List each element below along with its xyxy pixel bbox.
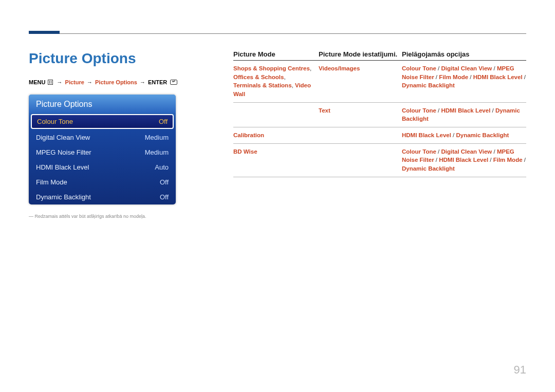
breadcrumb-picture: Picture — [65, 79, 84, 85]
separator: / — [492, 65, 497, 71]
breadcrumb-enter: ENTER — [148, 79, 167, 85]
cell-settings: Videos/Images — [319, 64, 402, 99]
separator: / — [434, 74, 439, 80]
cell-picture-mode: Shops & Shopping Centres, Offices & Scho… — [233, 64, 319, 99]
option-name: Offices & Schools — [233, 74, 284, 80]
menu-item-label: Colour Tone — [37, 118, 73, 125]
separator: / — [468, 74, 473, 80]
option-name: Digital Clean View — [441, 148, 492, 155]
option-name: HDMI Black Level — [473, 74, 523, 80]
table-row: Shops & Shopping Centres, Offices & Scho… — [233, 61, 526, 103]
menu-item-value: Off — [160, 193, 169, 201]
options-table: Picture Mode Picture Mode iestatījumi. P… — [233, 50, 526, 177]
menu-item-label: HDMI Black Level — [36, 163, 89, 171]
separator: , — [310, 65, 311, 71]
breadcrumb-menu: MENU — [29, 79, 45, 85]
cell-options: Colour Tone / Digital Clean View / MPEG … — [402, 64, 526, 99]
option-name: HDMI Black Level — [441, 107, 490, 114]
menu-item-value: Off — [160, 178, 169, 186]
cell-settings — [319, 147, 402, 173]
option-name: Text — [319, 107, 330, 114]
menu-icon — [48, 80, 53, 85]
page-number: 91 — [514, 363, 526, 377]
option-name: Videos/Images — [319, 65, 360, 71]
separator: / — [523, 157, 526, 163]
menu-item[interactable]: Dynamic BacklightOff — [29, 190, 176, 204]
option-name: Film Mode — [493, 157, 523, 163]
menu-item-label: MPEG Noise Filter — [36, 148, 91, 156]
separator: / — [434, 157, 439, 163]
table-header-row: Picture Mode Picture Mode iestatījumi. P… — [233, 50, 526, 61]
cell-picture-mode — [233, 106, 319, 123]
menu-item-value: Auto — [155, 163, 169, 171]
option-name: Colour Tone — [402, 107, 436, 114]
breadcrumb: MENU → Picture → Picture Options → ENTER — [29, 79, 177, 85]
menu-item[interactable]: HDMI Black LevelAuto — [29, 160, 176, 175]
enter-icon — [170, 80, 177, 85]
arrow-icon: → — [140, 79, 145, 85]
menu-item-value: Medium — [145, 134, 169, 141]
menu-item[interactable]: Film ModeOff — [29, 175, 176, 190]
table-row: TextColour Tone / HDMI Black Level / Dyn… — [233, 103, 526, 127]
menu-item-label: Dynamic Backlight — [36, 193, 91, 201]
header-rule — [60, 33, 526, 34]
option-name: Digital Clean View — [441, 65, 492, 71]
cell-picture-mode: BD Wise — [233, 147, 319, 173]
option-name: Film Mode — [439, 74, 468, 80]
cell-settings — [319, 131, 402, 140]
menu-item-label: Film Mode — [36, 178, 67, 186]
option-name: Colour Tone — [402, 148, 436, 155]
arrow-icon: → — [57, 79, 63, 85]
table-row: BD WiseColour Tone / Digital Clean View … — [233, 144, 526, 177]
option-name: Calibration — [233, 132, 264, 138]
separator: / — [492, 148, 497, 155]
th-picture-mode-settings: Picture Mode iestatījumi. — [319, 50, 402, 58]
option-name: Dynamic Backlight — [402, 165, 455, 172]
th-picture-mode: Picture Mode — [233, 50, 319, 58]
arrow-icon: → — [87, 79, 92, 85]
separator: / — [490, 107, 495, 114]
cell-options: Colour Tone / Digital Clean View / MPEG … — [402, 147, 526, 173]
cell-options: HDMI Black Level / Dynamic Backlight — [402, 131, 526, 140]
option-name: Dynamic Backlight — [402, 82, 455, 88]
menu-item[interactable]: MPEG Noise FilterMedium — [29, 145, 176, 160]
table-row: CalibrationHDMI Black Level / Dynamic Ba… — [233, 127, 526, 144]
option-name: HDMI Black Level — [402, 132, 451, 138]
th-adjustable-options: Pielāgojamās opcijas — [402, 50, 526, 58]
option-name: Dynamic Backlight — [456, 132, 509, 138]
cell-picture-mode: Calibration — [233, 131, 319, 140]
picture-options-menu: Picture Options Colour ToneOffDigital Cl… — [29, 95, 176, 204]
separator: , — [284, 74, 285, 80]
option-name: Colour Tone — [402, 65, 436, 71]
menu-item-value: Medium — [145, 148, 169, 156]
option-name: Terminals & Stations — [233, 82, 292, 88]
page-title: Picture Options — [29, 50, 136, 67]
menu-item-value: Off — [159, 118, 168, 125]
accent-bar — [29, 31, 60, 34]
separator: / — [523, 74, 526, 80]
menu-header: Picture Options — [29, 95, 176, 113]
cell-settings: Text — [319, 106, 402, 123]
breadcrumb-picture-options: Picture Options — [95, 79, 137, 85]
menu-item[interactable]: Colour ToneOff — [31, 114, 174, 129]
option-name: BD Wise — [233, 148, 257, 155]
menu-item[interactable]: Digital Clean ViewMedium — [29, 130, 176, 145]
image-disclaimer-note: Redzamais attēls var būt atšķirīgs atkar… — [29, 214, 146, 219]
separator: / — [488, 157, 493, 163]
option-name: HDMI Black Level — [439, 157, 488, 163]
menu-item-label: Digital Clean View — [36, 134, 90, 141]
option-name: Shops & Shopping Centres — [233, 65, 310, 71]
cell-options: Colour Tone / HDMI Black Level / Dynamic… — [402, 106, 526, 123]
